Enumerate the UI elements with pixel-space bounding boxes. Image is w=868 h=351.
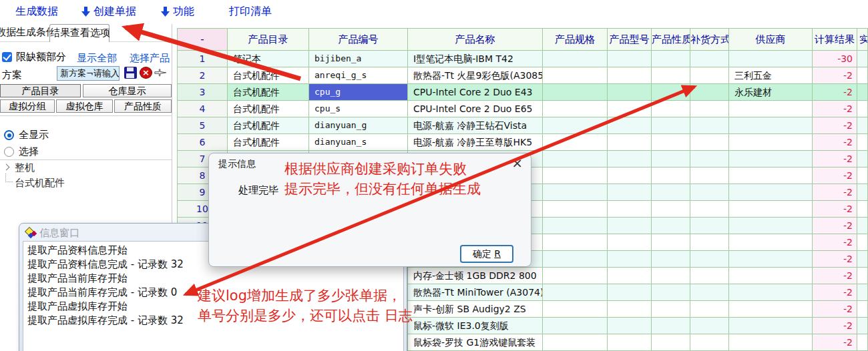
cell-model[interactable] xyxy=(608,184,652,201)
column-header-spec[interactable]: 产品规格 xyxy=(543,29,608,51)
cell-result[interactable]: -2 xyxy=(813,301,857,318)
column-header-supplier[interactable]: 供应商 xyxy=(729,29,813,51)
cell-result[interactable]: -2 xyxy=(813,134,857,151)
cell-supplier[interactable] xyxy=(729,268,813,284)
cell-extra[interactable] xyxy=(857,134,868,151)
cell-replenish[interactable] xyxy=(690,117,729,134)
cell-result[interactable]: -2 xyxy=(813,67,857,84)
product-nature-button[interactable]: 产品性质 xyxy=(114,99,172,113)
cell-extra[interactable] xyxy=(857,184,868,201)
cell-name[interactable]: CPU-Intel Core 2 Duo E65 xyxy=(408,101,543,117)
cell-replenish[interactable] xyxy=(690,151,729,167)
cell-model[interactable] xyxy=(608,284,652,301)
cell-supplier[interactable] xyxy=(729,201,813,218)
cell-model[interactable] xyxy=(608,218,652,234)
cell-nature[interactable] xyxy=(652,284,690,301)
select-product-link[interactable]: 选择产品 xyxy=(130,52,170,65)
cell-nature[interactable] xyxy=(652,301,690,318)
radio-show-all[interactable]: 全显示 xyxy=(4,129,49,141)
cell-spec[interactable] xyxy=(543,251,608,268)
limit-shortage-checkbox-row[interactable]: 限缺额部分 xyxy=(2,51,66,63)
cell-name[interactable]: 鼠标袋-罗技 G1游戏键鼠套装 xyxy=(408,334,543,351)
cell-extra[interactable] xyxy=(857,67,868,84)
cell-replenish[interactable] xyxy=(690,234,729,251)
cell-extra[interactable] xyxy=(857,284,868,301)
column-header-result[interactable]: 计算结果 xyxy=(813,29,857,51)
cell-nature[interactable] xyxy=(652,268,690,284)
cell-supplier[interactable] xyxy=(729,51,813,67)
cell-catalog[interactable]: 笔记本 xyxy=(228,51,309,67)
cell-spec[interactable] xyxy=(543,67,608,84)
cell-result[interactable]: -2 xyxy=(813,101,857,117)
virtual-group-button[interactable]: 虚拟分组 xyxy=(0,99,55,113)
cell-replenish[interactable] xyxy=(690,101,729,117)
cell-result[interactable]: -2 xyxy=(813,218,857,234)
cell-supplier[interactable] xyxy=(729,134,813,151)
table-row[interactable]: 6台式机配件dianyuan_s电源-航嘉 冷静王至尊版HK5-2 xyxy=(178,134,868,151)
cell-extra[interactable] xyxy=(857,334,868,351)
cell-extra[interactable] xyxy=(857,201,868,218)
cell-code[interactable]: anreqi_g_s xyxy=(309,67,408,84)
cell-supplier[interactable] xyxy=(729,301,813,318)
checkbox-checked-icon[interactable] xyxy=(2,52,12,62)
cell-replenish[interactable] xyxy=(690,301,729,318)
column-header-name[interactable]: 产品名称 xyxy=(408,29,543,51)
cell-model[interactable] xyxy=(608,318,652,334)
cell-spec[interactable] xyxy=(543,218,608,234)
cell-n[interactable]: 5 xyxy=(178,117,228,134)
cell-model[interactable] xyxy=(608,234,652,251)
toolbar-item-create-document[interactable]: 创建单据 xyxy=(81,5,136,19)
cell-replenish[interactable] xyxy=(690,251,729,268)
cell-model[interactable] xyxy=(608,84,652,101)
table-row[interactable]: 5台式机配件dianyuan_g电源-航嘉 冷静王钻石Vista-2 xyxy=(178,117,868,134)
cell-name[interactable]: 散热器-Tt MiniTower (A3074) xyxy=(408,284,543,301)
cell-result[interactable]: -2 xyxy=(813,167,857,184)
cell-n[interactable]: 6 xyxy=(178,134,228,151)
cell-nature[interactable] xyxy=(652,251,690,268)
radio-selected-icon[interactable] xyxy=(4,130,14,140)
toolbar-item-generate-data[interactable]: 生成数据 xyxy=(15,5,58,19)
column-header-code[interactable]: 产品编号 xyxy=(309,29,408,51)
cell-catalog[interactable]: 台式机配件 xyxy=(228,84,309,101)
cell-supplier[interactable] xyxy=(729,284,813,301)
cell-nature[interactable] xyxy=(652,218,690,234)
cell-nature[interactable] xyxy=(652,51,690,67)
cell-replenish[interactable] xyxy=(690,318,729,334)
cell-extra[interactable] xyxy=(857,218,868,234)
cell-nature[interactable] xyxy=(652,67,690,84)
cell-name[interactable]: 鼠标-微软 IE3.0复刻版 xyxy=(408,318,543,334)
cell-extra[interactable] xyxy=(857,101,868,117)
cell-name[interactable]: I型笔记本电脑-IBM T42 xyxy=(408,51,543,67)
table-row[interactable]: 4台式机配件cpu_sCPU-Intel Core 2 Duo E65-2 xyxy=(178,101,868,117)
product-catalog-button[interactable]: 产品目录 xyxy=(0,84,81,97)
tree-expander-icon[interactable] xyxy=(3,164,10,171)
cell-result[interactable]: -2 xyxy=(813,268,857,284)
toolbar-item-functions[interactable]: 功能 xyxy=(161,5,194,19)
cell-replenish[interactable] xyxy=(690,134,729,151)
cell-supplier[interactable] xyxy=(729,334,813,351)
cell-spec[interactable] xyxy=(543,318,608,334)
tree-item-desktop-parts[interactable]: 台式机配件 xyxy=(15,177,65,190)
column-header-index[interactable]: - xyxy=(178,29,228,51)
cell-model[interactable] xyxy=(608,151,652,167)
tree-item-complete-machine[interactable]: 整机 xyxy=(15,161,35,174)
cell-name[interactable]: CPU-Intel Core 2 Duo E43 xyxy=(408,84,543,101)
cell-replenish[interactable] xyxy=(690,218,729,234)
column-header-replenish[interactable]: 补货方式 xyxy=(690,29,729,51)
cell-supplier[interactable] xyxy=(729,151,813,167)
cell-replenish[interactable] xyxy=(690,84,729,101)
cell-catalog[interactable]: 台式机配件 xyxy=(228,67,309,84)
tab-result-view-options[interactable]: 结果查看选项 xyxy=(49,24,110,42)
cell-model[interactable] xyxy=(608,101,652,117)
cell-replenish[interactable] xyxy=(690,67,729,84)
cell-result[interactable]: -2 xyxy=(813,334,857,351)
cell-supplier[interactable]: 永乐建材 xyxy=(729,84,813,101)
cell-code[interactable]: cpu_g xyxy=(309,84,408,101)
warehouse-display-button[interactable]: 仓库显示 xyxy=(83,84,172,97)
cell-spec[interactable] xyxy=(543,84,608,101)
radio-select[interactable]: 选择 xyxy=(4,145,39,158)
cell-name[interactable]: 电源-航嘉 冷静王至尊版HK5 xyxy=(408,134,543,151)
ok-button[interactable]: 确定 R xyxy=(460,245,513,263)
cell-model[interactable] xyxy=(608,167,652,184)
table-row[interactable]: 2台式机配件anreqi_g_s散热器-Tt 火星9彩色版(A3085)三利五金… xyxy=(178,67,868,84)
